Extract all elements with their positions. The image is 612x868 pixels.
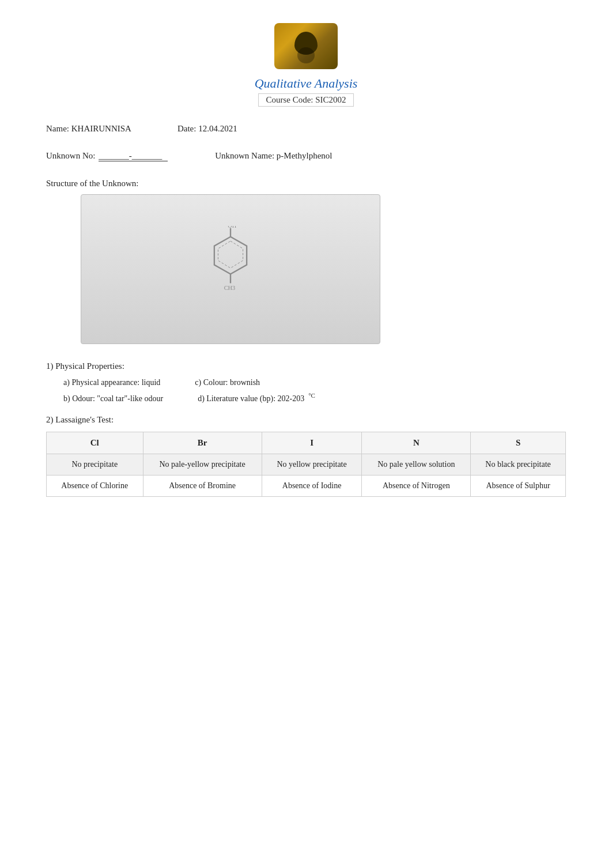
- svg-text:OH: OH: [228, 226, 236, 229]
- table-header-cl: Cl: [47, 432, 143, 454]
- svg-text:CH3: CH3: [224, 285, 235, 291]
- name-value: KHAIRUNNISA: [71, 124, 131, 133]
- molecule-svg: OH CH3: [196, 226, 265, 312]
- table-cell-1-0: Absence of Chlorine: [47, 475, 143, 496]
- physical-properties-heading: 1) Physical Properties:: [46, 361, 566, 371]
- table-cell-0-0: No precipitate: [47, 454, 143, 475]
- prop-literature: d) Literature value (bp): 202-203 °C: [198, 392, 315, 403]
- prop-row-1: a) Physical appearance: liquid c) Colour…: [63, 378, 566, 387]
- unknown-row: Unknown No: _______-_______ Unknown Name…: [46, 151, 566, 161]
- lassaigne-table: ClBrINS No precipitateNo pale-yellow pre…: [46, 432, 566, 497]
- table-header-s: S: [471, 432, 566, 454]
- table-header-br: Br: [143, 432, 262, 454]
- table-cell-1-1: Absence of Bromine: [143, 475, 262, 496]
- page-header: Qualitative Analysis Course Code: SIC200…: [46, 23, 566, 107]
- structure-image: OH CH3: [81, 194, 380, 344]
- date-label: Date:: [177, 124, 196, 133]
- info-section: Name: KHAIRUNNISA Date: 12.04.2021 Unkno…: [46, 124, 566, 161]
- table-cell-0-3: No pale yellow solution: [362, 454, 471, 475]
- table-cell-1-4: Absence of Sulphur: [471, 475, 566, 496]
- name-label: Name:: [46, 124, 69, 133]
- structure-label: Structure of the Unknown:: [46, 179, 566, 188]
- course-code: Course Code: SIC2002: [258, 93, 353, 107]
- name-field: Name: KHAIRUNNISA: [46, 124, 131, 134]
- prop-odour: b) Odour: "coal tar"-like odour: [63, 394, 163, 403]
- unknown-no-value[interactable]: _______-_______: [99, 151, 168, 161]
- date-value: 12.04.2021: [198, 124, 237, 133]
- table-cell-1-3: Absence of Nitrogen: [362, 475, 471, 496]
- table-header-i: I: [262, 432, 362, 454]
- table-header-n: N: [362, 432, 471, 454]
- prop-row-2: b) Odour: "coal tar"-like odour d) Liter…: [63, 392, 566, 403]
- table-row: Absence of ChlorineAbsence of BromineAbs…: [47, 475, 566, 496]
- table-header-row: ClBrINS: [47, 432, 566, 454]
- table-cell-0-2: No yellow precipitate: [262, 454, 362, 475]
- table-cell-1-2: Absence of Iodine: [262, 475, 362, 496]
- prop-colour: c) Colour: brownish: [195, 378, 260, 387]
- lassaigne-section: 2) Lassaigne's Test: ClBrINS No precipit…: [46, 415, 566, 497]
- unknown-no-label: Unknown No:: [46, 151, 95, 160]
- table-row: No precipitateNo pale-yellow precipitate…: [47, 454, 566, 475]
- prop-appearance: a) Physical appearance: liquid: [63, 378, 160, 387]
- name-date-row: Name: KHAIRUNNISA Date: 12.04.2021: [46, 124, 566, 134]
- svg-marker-0: [214, 237, 247, 274]
- table-cell-0-4: No black precipitate: [471, 454, 566, 475]
- unknown-name-label: Unknown Name:: [215, 151, 274, 160]
- structure-section: Structure of the Unknown: OH CH3: [46, 179, 566, 344]
- page-title: Qualitative Analysis: [255, 76, 358, 91]
- logo-image: [274, 23, 338, 69]
- unknown-name-field: Unknown Name: p-Methylphenol: [215, 151, 332, 161]
- unknown-name-value: p-Methylphenol: [277, 151, 333, 160]
- properties-block: a) Physical appearance: liquid c) Colour…: [63, 378, 566, 403]
- physical-properties-section: 1) Physical Properties: a) Physical appe…: [46, 361, 566, 403]
- date-field: Date: 12.04.2021: [177, 124, 237, 134]
- svg-marker-1: [218, 241, 243, 268]
- table-cell-0-1: No pale-yellow precipitate: [143, 454, 262, 475]
- unknown-no-field: Unknown No: _______-_______: [46, 151, 169, 161]
- lassaigne-heading: 2) Lassaigne's Test:: [46, 415, 566, 425]
